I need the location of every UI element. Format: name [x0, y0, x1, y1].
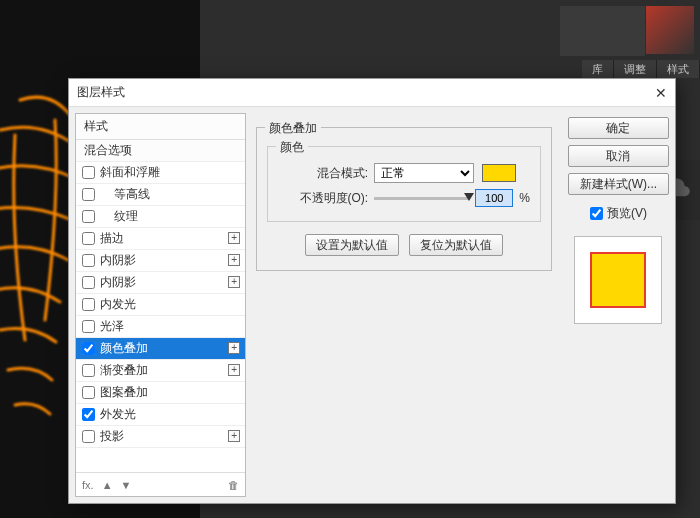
style-item-outer-glow[interactable]: 外发光 — [76, 404, 245, 426]
checkbox-inner-glow[interactable] — [82, 298, 95, 311]
style-item-drop-shadow[interactable]: 投影+ — [76, 426, 245, 448]
styles-header[interactable]: 样式 — [76, 114, 245, 140]
checkbox-satin[interactable] — [82, 320, 95, 333]
opacity-label: 不透明度(O): — [278, 190, 368, 207]
style-item-blend-options[interactable]: 混合选项 — [76, 140, 245, 162]
opacity-input[interactable] — [475, 189, 513, 207]
checkbox-bevel[interactable] — [82, 166, 95, 179]
styles-list: 样式 混合选项 斜面和浮雕 等高线 纹理 描边+ 内阴影+ 内阴影+ 内发光 光… — [75, 113, 246, 497]
subgroup-legend: 颜色 — [276, 139, 308, 156]
fx-icon[interactable]: fx. — [82, 479, 94, 491]
preview-swatch — [590, 252, 646, 308]
dialog-title: 图层样式 — [77, 84, 125, 101]
checkbox-outer-glow[interactable] — [82, 408, 95, 421]
opacity-slider[interactable] — [374, 197, 469, 200]
tab-style[interactable]: 样式 — [657, 60, 700, 78]
preview-label: 预览(V) — [607, 205, 647, 222]
group-legend: 颜色叠加 — [265, 120, 321, 137]
blend-mode-label: 混合模式: — [278, 165, 368, 182]
add-inner-shadow-2-icon[interactable]: + — [228, 276, 240, 288]
styles-footer: fx. ▲ ▼ 🗑 — [76, 472, 245, 496]
add-inner-shadow-icon[interactable]: + — [228, 254, 240, 266]
tab-library[interactable]: 库 — [582, 60, 614, 78]
style-item-satin[interactable]: 光泽 — [76, 316, 245, 338]
add-color-overlay-icon[interactable]: + — [228, 342, 240, 354]
style-item-stroke[interactable]: 描边+ — [76, 228, 245, 250]
overlay-color-swatch[interactable] — [482, 164, 516, 182]
color-preview-panel — [646, 6, 694, 54]
style-item-pattern-overlay[interactable]: 图案叠加 — [76, 382, 245, 404]
color-overlay-group: 颜色叠加 颜色 混合模式: 正常 不透明度(O): % — [256, 127, 552, 271]
checkbox-texture[interactable] — [82, 210, 95, 223]
preview-toggle[interactable]: 预览(V) — [568, 205, 669, 222]
style-item-inner-shadow[interactable]: 内阴影+ — [76, 250, 245, 272]
layer-style-dialog: 图层样式 ✕ 样式 混合选项 斜面和浮雕 等高线 纹理 描边+ 内阴影+ 内阴影… — [68, 78, 676, 504]
make-default-button[interactable]: 设置为默认值 — [305, 234, 399, 256]
slider-thumb-icon[interactable] — [464, 193, 474, 201]
top-toolbar — [560, 6, 645, 56]
cancel-button[interactable]: 取消 — [568, 145, 669, 167]
tab-adjust[interactable]: 调整 — [614, 60, 657, 78]
settings-panel: 颜色叠加 颜色 混合模式: 正常 不透明度(O): % — [246, 113, 562, 497]
dialog-right-column: 确定 取消 新建样式(W)... 预览(V) — [562, 113, 669, 497]
style-item-inner-shadow-2[interactable]: 内阴影+ — [76, 272, 245, 294]
checkbox-inner-shadow[interactable] — [82, 254, 95, 267]
add-stroke-icon[interactable]: + — [228, 232, 240, 244]
checkbox-pattern-overlay[interactable] — [82, 386, 95, 399]
preview-box — [574, 236, 662, 324]
checkbox-color-overlay[interactable] — [82, 342, 95, 355]
preview-checkbox[interactable] — [590, 207, 603, 220]
ok-button[interactable]: 确定 — [568, 117, 669, 139]
dialog-titlebar: 图层样式 ✕ — [69, 79, 675, 107]
blend-mode-select[interactable]: 正常 — [374, 163, 474, 183]
trash-icon[interactable]: 🗑 — [228, 479, 239, 491]
style-item-gradient-overlay[interactable]: 渐变叠加+ — [76, 360, 245, 382]
checkbox-stroke[interactable] — [82, 232, 95, 245]
checkbox-gradient-overlay[interactable] — [82, 364, 95, 377]
percent-label: % — [519, 191, 530, 205]
add-drop-shadow-icon[interactable]: + — [228, 430, 240, 442]
style-item-inner-glow[interactable]: 内发光 — [76, 294, 245, 316]
color-subgroup: 颜色 混合模式: 正常 不透明度(O): % — [267, 146, 541, 222]
style-item-bevel[interactable]: 斜面和浮雕 — [76, 162, 245, 184]
new-style-button[interactable]: 新建样式(W)... — [568, 173, 669, 195]
checkbox-drop-shadow[interactable] — [82, 430, 95, 443]
checkbox-contour[interactable] — [82, 188, 95, 201]
add-gradient-overlay-icon[interactable]: + — [228, 364, 240, 376]
panel-tabs: 库 调整 样式 — [582, 60, 700, 78]
style-item-texture[interactable]: 纹理 — [76, 206, 245, 228]
style-item-contour[interactable]: 等高线 — [76, 184, 245, 206]
checkbox-inner-shadow-2[interactable] — [82, 276, 95, 289]
close-icon[interactable]: ✕ — [655, 85, 667, 101]
style-item-color-overlay[interactable]: 颜色叠加+ — [76, 338, 245, 360]
move-up-icon[interactable]: ▲ — [102, 479, 113, 491]
move-down-icon[interactable]: ▼ — [121, 479, 132, 491]
reset-default-button[interactable]: 复位为默认值 — [409, 234, 503, 256]
